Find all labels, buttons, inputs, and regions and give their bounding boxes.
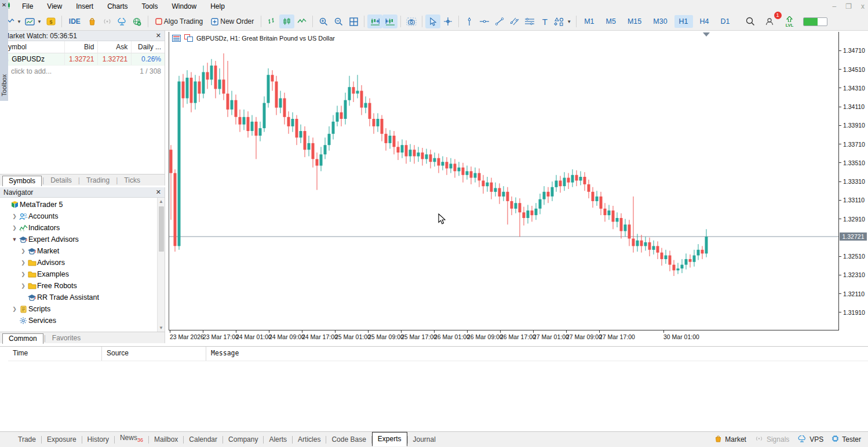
ide-button[interactable]: IDE [65, 14, 85, 28]
chart-window-dropdown[interactable]: ▼ [23, 14, 43, 28]
tree-item-indicators[interactable]: ❯Indicators [0, 222, 165, 234]
toolbox-tab-trade[interactable]: Trade [13, 433, 41, 447]
cursor-tool-icon[interactable] [425, 14, 440, 28]
bar-chart-mode-icon[interactable] [264, 14, 279, 28]
price-axis[interactable]: 1.347101.345101.343101.341101.339101.337… [839, 32, 868, 330]
chart-windows-icon[interactable] [184, 34, 193, 42]
toolbox-column-message[interactable]: Message [206, 347, 243, 361]
timeframe-button-m15[interactable]: M15 [623, 15, 646, 28]
tree-expand-icon[interactable]: ❯ [20, 283, 27, 289]
restore-icon[interactable]: ❐ [845, 2, 852, 10]
toolbox-tab-alerts[interactable]: Alerts [264, 433, 292, 447]
menu-item-view[interactable]: View [40, 0, 69, 13]
timeframe-button-h4[interactable]: H4 [695, 15, 714, 28]
tab-common[interactable]: Common [2, 333, 43, 344]
shift-end-icon[interactable] [367, 14, 382, 28]
text-tool-icon[interactable]: T [537, 14, 552, 28]
tree-item-services[interactable]: Services [0, 315, 165, 326]
close-icon[interactable]: ✕ [156, 188, 161, 196]
scroll-down-icon[interactable]: ▼ [159, 324, 163, 332]
status-tester[interactable]: Tester [831, 435, 861, 444]
web-terminal-icon[interactable] [130, 14, 145, 28]
tree-expand-icon[interactable]: ❯ [11, 213, 18, 219]
screenshot-camera-icon[interactable] [404, 14, 419, 28]
tree-expand-icon[interactable]: ▼ [11, 237, 18, 242]
timeframe-button-d1[interactable]: D1 [716, 15, 735, 28]
toolbox-tab-articles[interactable]: Articles [293, 433, 326, 447]
menu-item-window[interactable]: Window [165, 0, 204, 13]
toolbox-tab-mailbox[interactable]: Mailbox [149, 433, 183, 447]
fibonacci-tool-icon[interactable] [522, 14, 537, 28]
bar-position-marker-icon[interactable] [703, 32, 710, 37]
tree-item-expert-advisors[interactable]: ▼Expert Advisors [0, 234, 165, 245]
horizontal-line-tool-icon[interactable] [477, 14, 492, 28]
lvl-icon[interactable]: LVL [782, 14, 797, 28]
toolbox-column-source[interactable]: Source [102, 347, 206, 361]
vps-cloud-icon[interactable] [115, 14, 130, 28]
tile-windows-icon[interactable] [346, 14, 361, 28]
close-icon[interactable]: ✕ [2, 2, 6, 8]
tree-item-accounts[interactable]: ❯Accounts [0, 210, 165, 222]
tree-expand-icon[interactable]: ❯ [20, 271, 27, 277]
chart-panel[interactable]: GBPUSDz, H1: Great Britain Pound vs US D… [166, 31, 868, 346]
tab-favorites[interactable]: Favorites [46, 333, 86, 343]
candlestick-mode-icon[interactable] [279, 14, 294, 28]
menu-item-file[interactable]: File [15, 0, 40, 13]
toolbox-tab-history[interactable]: History [82, 433, 114, 447]
candlestick-plot[interactable] [169, 32, 839, 330]
time-axis[interactable]: 23 Mar 202623 Mar 17:0024 Mar 01:0024 Ma… [169, 330, 839, 344]
tree-item-free-robots[interactable]: ❯Free Robots [0, 280, 165, 292]
column-header[interactable]: Bid [65, 41, 99, 53]
menu-item-tools[interactable]: Tools [135, 0, 165, 13]
tree-expand-icon[interactable]: ❯ [20, 260, 27, 266]
timeframe-button-m30[interactable]: M30 [648, 15, 672, 28]
toolbox-tab-experts[interactable]: Experts [372, 432, 407, 446]
navigator-scrollbar[interactable]: ▲ ▼ [157, 198, 165, 332]
market-watch-row[interactable]: ↘GBPUSDz1.327211.327210.26% [0, 53, 165, 66]
shift-left-icon[interactable] [382, 14, 397, 28]
status-signals[interactable]: Signals [754, 435, 789, 444]
toolbox-tab-news[interactable]: News36 [115, 431, 148, 447]
status-market[interactable]: Market [714, 435, 746, 444]
column-header[interactable]: Daily ... [132, 41, 165, 53]
timeframe-button-m1[interactable]: M1 [579, 15, 599, 28]
signals-icon[interactable] [100, 14, 115, 28]
click-to-add-row[interactable]: + click to add... 1 / 308 [0, 66, 165, 77]
column-header[interactable]: Ask [98, 41, 132, 53]
toolbox-tab-code-base[interactable]: Code Base [326, 433, 371, 447]
toolbox-tab-journal[interactable]: Journal [408, 433, 441, 447]
tree-item-metatrader-5[interactable]: MetaTrader 5 [0, 199, 165, 210]
chart-list-icon[interactable] [172, 35, 181, 42]
vertical-line-tool-icon[interactable] [462, 14, 477, 28]
menu-item-insert[interactable]: Insert [69, 0, 100, 13]
toolbox-tab-exposure[interactable]: Exposure [42, 433, 82, 447]
tree-item-rr-trade-assistant[interactable]: RR Trade Assistant [0, 292, 165, 303]
close-icon[interactable]: ✕ [156, 32, 161, 39]
tab-ticks[interactable]: Ticks [118, 176, 146, 186]
zoom-in-icon[interactable] [316, 14, 331, 28]
channel-tool-icon[interactable] [507, 14, 522, 28]
scroll-up-icon[interactable]: ▲ [159, 198, 163, 205]
tab-details[interactable]: Details [45, 176, 78, 186]
algo-trading-button[interactable]: Algo Trading [151, 14, 207, 28]
toolbox-tab-company[interactable]: Company [223, 433, 263, 447]
deposit-icon[interactable]: $ [43, 14, 59, 28]
tree-expand-icon[interactable]: ❯ [11, 225, 18, 231]
crosshair-tool-icon[interactable] [440, 14, 455, 28]
tree-item-scripts[interactable]: ❯Scripts [0, 303, 165, 315]
scrollbar-thumb[interactable] [159, 206, 164, 252]
menu-item-help[interactable]: Help [203, 0, 232, 13]
toolbox-tab-calendar[interactable]: Calendar [184, 433, 223, 447]
menu-item-charts[interactable]: Charts [100, 0, 134, 13]
timeframe-button-m5[interactable]: M5 [601, 15, 621, 28]
tab-trading[interactable]: Trading [81, 176, 115, 186]
tree-expand-icon[interactable]: ❯ [20, 248, 27, 254]
tab-symbols[interactable]: Symbols [2, 176, 42, 186]
zoom-out-icon[interactable] [331, 14, 346, 28]
trendline-tool-icon[interactable] [492, 14, 507, 28]
tree-item-market[interactable]: ❯Market [0, 245, 165, 257]
market-store-icon[interactable] [85, 14, 100, 28]
tree-item-advisors[interactable]: ❯Advisors [0, 257, 165, 268]
user-notifications-icon[interactable]: 1 [763, 14, 778, 28]
tree-expand-icon[interactable]: ❯ [11, 306, 18, 312]
